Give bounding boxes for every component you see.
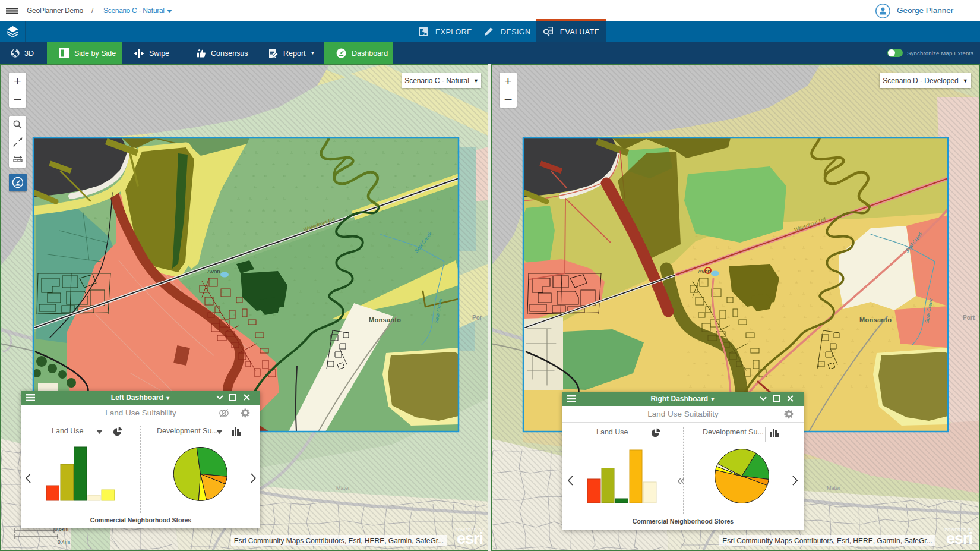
svg-text:0.4mi: 0.4mi: [58, 539, 70, 545]
svg-text:Monsanto: Monsanto: [369, 316, 401, 323]
svg-text:Avon: Avon: [207, 268, 220, 275]
svg-text:Avon: Avon: [698, 268, 710, 275]
svg-text:Monsanto: Monsanto: [859, 316, 892, 323]
